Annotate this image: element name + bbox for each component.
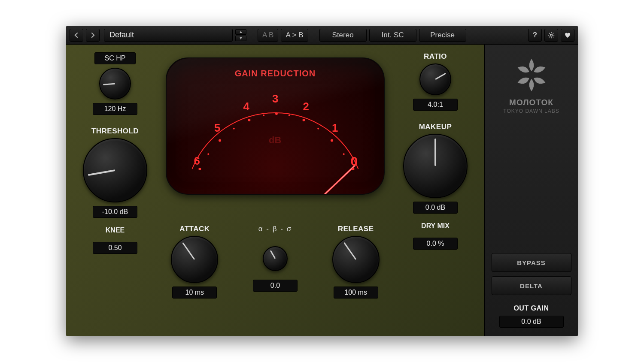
ratio-value[interactable]: 4.0:1 [413, 99, 458, 111]
settings-button[interactable] [544, 29, 558, 42]
schp-toggle[interactable]: SC HP [94, 52, 136, 64]
brand-sub: TOKYO DAWN LABS [503, 108, 559, 114]
preset-stepper[interactable]: ▲ ▼ [235, 29, 246, 41]
svg-text:2: 2 [303, 100, 309, 112]
svg-point-27 [302, 119, 305, 121]
svg-text:0: 0 [351, 154, 358, 168]
out-gain-label: OUT GAIN [492, 305, 571, 312]
quality-mode-button[interactable]: Precise [419, 29, 466, 42]
makeup-value[interactable]: 0.0 dB [413, 202, 458, 214]
svg-line-6 [553, 36, 554, 37]
makeup-knob[interactable] [403, 134, 468, 198]
bottom-row: ATTACK 10 ms α - β - σ 0.0 RELEASE [154, 223, 397, 327]
svg-text:5: 5 [214, 122, 220, 134]
svg-text:1: 1 [332, 122, 338, 134]
knee-value[interactable]: 0.50 [93, 242, 137, 254]
meter-area: GAIN REDUCTION 6 5 4 3 2 1 0 [154, 52, 397, 223]
attack-knob[interactable] [171, 236, 218, 283]
question-icon: ? [533, 31, 537, 39]
makeup-group: MAKEUP 0.0 dB [403, 123, 468, 214]
attack-group: ATTACK 10 ms [171, 225, 218, 299]
arrow-right-icon [90, 32, 96, 38]
ab-compare-button[interactable]: A B [258, 29, 278, 42]
sidechain-mode-button[interactable]: Int. SC [369, 29, 416, 42]
toolbar: Default ▲ ▼ A B A > B Stereo Int. SC Pre… [66, 26, 578, 45]
meter-svg: 6 5 4 3 2 1 0 dB [167, 58, 384, 194]
release-knob[interactable] [332, 236, 380, 283]
svg-point-26 [289, 115, 290, 116]
heart-icon [564, 32, 571, 39]
flower-logo-icon [512, 56, 551, 94]
svg-text:6: 6 [194, 155, 200, 167]
brand-panel: МОЛОТОК TOKYO DAWN LABS BYPASS DELTA OUT… [484, 45, 578, 336]
svg-line-7 [553, 33, 554, 33]
svg-point-19 [198, 168, 201, 170]
favorite-button[interactable] [561, 29, 574, 42]
schp-knob[interactable] [99, 68, 131, 100]
release-label: RELEASE [338, 225, 374, 233]
stereo-mode-button[interactable]: Stereo [319, 29, 367, 42]
svg-point-30 [343, 153, 345, 155]
back-button[interactable] [70, 29, 83, 42]
release-group: RELEASE 100 ms [332, 225, 380, 299]
svg-point-25 [275, 112, 278, 115]
svg-point-23 [248, 119, 250, 121]
svg-line-10 [275, 166, 355, 194]
threshold-label: THRESHOLD [91, 127, 139, 136]
threshold-knob[interactable] [83, 138, 147, 202]
svg-point-22 [233, 128, 235, 130]
threshold-group: THRESHOLD -10.0 dB [83, 127, 147, 218]
arrow-left-icon [73, 32, 79, 38]
svg-text:4: 4 [243, 100, 250, 112]
drymix-label: DRY MIX [421, 222, 450, 230]
knee-label: KNEE [106, 226, 125, 234]
out-gain-value[interactable]: 0.0 dB [499, 316, 564, 328]
svg-line-5 [549, 33, 550, 33]
svg-line-9 [275, 166, 355, 194]
makeup-label: MAKEUP [419, 123, 452, 131]
schp-value[interactable]: 120 Hz [93, 103, 137, 115]
plugin-body: SC HP 120 Hz THRESHOLD -10.0 dB KNEE 0.5… [66, 45, 578, 336]
ratio-knob[interactable] [419, 63, 451, 95]
mode-label: α - β - σ [258, 225, 292, 233]
threshold-value[interactable]: -10.0 dB [93, 206, 137, 218]
svg-point-21 [219, 139, 221, 142]
mode-group: α - β - σ 0.0 [253, 225, 298, 292]
svg-point-29 [331, 139, 333, 142]
out-gain-group: OUT GAIN 0.0 dB [492, 305, 571, 328]
plugin-window: Default ▲ ▼ A B A > B Stereo Int. SC Pre… [66, 26, 578, 336]
release-value[interactable]: 100 ms [334, 287, 378, 299]
schp-group: SC HP 120 Hz [93, 52, 137, 115]
right-column: RATIO 4.0:1 MAKEUP 0.0 dB DRY MIX 0.0 % [397, 52, 474, 327]
left-column: SC HP 120 Hz THRESHOLD -10.0 dB KNEE 0.5… [76, 52, 154, 327]
chevron-down-icon[interactable]: ▼ [235, 36, 246, 41]
svg-point-31 [352, 168, 355, 170]
delta-button[interactable]: DELTA [492, 276, 571, 295]
svg-line-8 [549, 36, 550, 37]
ratio-label: RATIO [424, 52, 447, 61]
mode-value[interactable]: 0.0 [253, 280, 298, 292]
svg-point-28 [317, 128, 319, 130]
svg-point-24 [263, 115, 264, 116]
gear-icon [548, 32, 555, 39]
main-panel: SC HP 120 Hz THRESHOLD -10.0 dB KNEE 0.5… [66, 45, 484, 336]
ratio-group: RATIO 4.0:1 [413, 52, 458, 111]
chevron-up-icon[interactable]: ▲ [235, 29, 246, 35]
svg-point-20 [207, 153, 209, 155]
brand-name: МОЛОТОК [509, 98, 553, 107]
gain-reduction-meter: GAIN REDUCTION 6 5 4 3 2 1 0 [166, 57, 385, 195]
bypass-button[interactable]: BYPASS [492, 253, 571, 272]
preset-name: Default [109, 30, 134, 39]
forward-button[interactable] [86, 29, 100, 42]
copy-ab-button[interactable]: A > B [281, 29, 308, 42]
drymix-value[interactable]: 0.0 % [413, 238, 458, 250]
attack-value[interactable]: 10 ms [172, 287, 217, 299]
mode-knob[interactable] [263, 246, 288, 271]
attack-label: ATTACK [179, 225, 210, 233]
svg-text:dB: dB [269, 135, 281, 145]
svg-point-0 [550, 34, 553, 36]
help-button[interactable]: ? [528, 29, 542, 42]
preset-select[interactable]: Default [104, 29, 233, 42]
svg-text:3: 3 [272, 93, 278, 105]
